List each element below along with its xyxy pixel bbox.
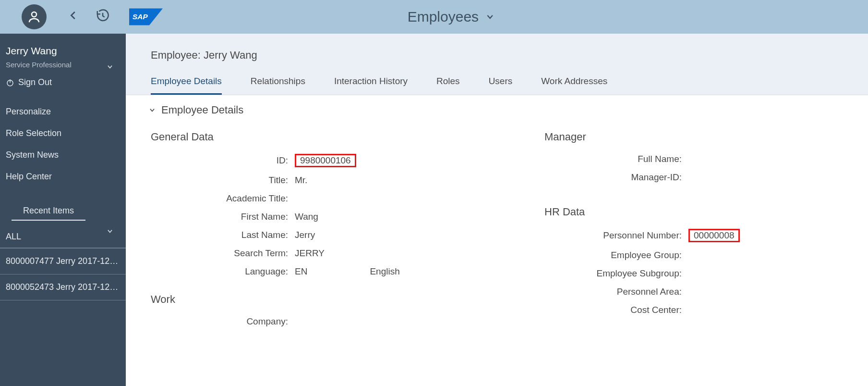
page-title-text: Employees	[408, 9, 479, 25]
recent-items-list: 8000007477 Jerry 2017-12-2… 8000052473 J…	[0, 248, 126, 300]
page-title-dropdown[interactable]: Employees	[408, 9, 496, 25]
field-cost-center-label: Cost Center:	[544, 305, 688, 315]
field-first-name-label: First Name:	[151, 212, 295, 222]
sidebar-user-block: Jerry Wang Service Professional	[0, 34, 126, 74]
person-icon	[27, 10, 41, 24]
section-title: Employee Details	[161, 104, 243, 116]
group-manager-title: Manager	[544, 131, 813, 143]
field-id: ID: 9980000106	[151, 154, 544, 167]
sidebar-user-role: Service Professional	[6, 61, 120, 69]
field-personnel-number-label: Personnel Number:	[544, 230, 688, 241]
recent-items-label: Recent Items	[12, 197, 85, 221]
tab-employee-details[interactable]: Employee Details	[151, 76, 222, 95]
chevron-down-icon	[484, 9, 496, 25]
content-header: Employee: Jerry Wang Employee Details Re…	[126, 34, 868, 95]
sign-out-link[interactable]: Sign Out	[0, 74, 126, 96]
field-full-name-label: Full Name:	[544, 154, 688, 164]
tab-roles[interactable]: Roles	[436, 76, 460, 95]
content-area: Employee: Jerry Wang Employee Details Re…	[126, 34, 868, 386]
tab-bar: Employee Details Relationships Interacti…	[126, 76, 868, 95]
field-last-name-value: Jerry	[295, 230, 315, 240]
field-language-value: EN	[295, 266, 307, 277]
left-column: General Data ID: 9980000106 Title: Mr. A…	[151, 124, 544, 335]
field-search-term: Search Term: JERRY	[151, 248, 544, 259]
sidebar-nav: Personalize Role Selection System News H…	[0, 96, 126, 192]
svg-point-0	[32, 12, 36, 17]
field-employee-subgroup-label: Employee Subgroup:	[544, 268, 688, 279]
recent-item[interactable]: 8000052473 Jerry 2017-12-2…	[0, 274, 126, 300]
field-academic-title-label: Academic Title:	[151, 193, 295, 204]
chevron-down-icon	[148, 105, 157, 116]
group-general-data-title: General Data	[151, 131, 544, 143]
field-employee-group: Employee Group:	[544, 250, 813, 261]
field-language-desc: English	[370, 266, 399, 277]
field-search-term-value: JERRY	[295, 248, 325, 259]
history-icon	[96, 9, 110, 23]
recent-item[interactable]: 8000007477 Jerry 2017-12-2…	[0, 249, 126, 274]
field-title-value: Mr.	[295, 175, 307, 186]
field-language-label: Language:	[151, 266, 295, 277]
field-personnel-area-label: Personnel Area:	[544, 286, 688, 297]
chevron-down-icon	[106, 227, 114, 237]
history-button[interactable]	[96, 9, 110, 25]
field-title-label: Title:	[151, 175, 295, 186]
section-employee-details-toggle[interactable]: Employee Details	[126, 95, 868, 124]
field-full-name: Full Name:	[544, 154, 813, 164]
field-language: Language: EN English	[151, 266, 544, 277]
field-id-value: 9980000106	[295, 154, 356, 167]
employee-details-form: General Data ID: 9980000106 Title: Mr. A…	[126, 124, 868, 335]
sidebar-item-personalize[interactable]: Personalize	[0, 101, 126, 123]
recent-filter-dropdown[interactable]: ALL	[0, 224, 126, 248]
recent-filter-label: ALL	[6, 232, 21, 241]
power-icon	[6, 78, 14, 87]
field-personnel-area: Personnel Area:	[544, 286, 813, 297]
field-company: Company:	[151, 316, 544, 327]
tab-relationships[interactable]: Relationships	[251, 76, 305, 95]
user-avatar-button[interactable]	[22, 4, 47, 29]
field-search-term-label: Search Term:	[151, 248, 295, 259]
field-personnel-number-value: 00000008	[688, 229, 740, 242]
field-first-name: First Name: Wang	[151, 212, 544, 222]
field-employee-subgroup: Employee Subgroup:	[544, 268, 813, 279]
sidebar-item-role-selection[interactable]: Role Selection	[0, 123, 126, 144]
field-company-label: Company:	[151, 316, 295, 327]
group-hr-data-title: HR Data	[544, 206, 813, 218]
tab-users[interactable]: Users	[489, 76, 513, 95]
app-header: SAP Employees	[0, 0, 868, 34]
field-academic-title: Academic Title:	[151, 193, 544, 204]
group-work-title: Work	[151, 293, 544, 306]
recent-items-header: Recent Items	[0, 197, 126, 224]
sap-logo[interactable]: SAP	[129, 8, 163, 25]
field-title: Title: Mr.	[151, 175, 544, 186]
field-id-label: ID:	[151, 155, 295, 166]
sidebar-user-name: Jerry Wang	[6, 45, 120, 57]
svg-text:SAP: SAP	[133, 12, 148, 21]
tab-work-addresses[interactable]: Work Addresses	[541, 76, 607, 95]
field-personnel-number: Personnel Number: 00000008	[544, 229, 813, 242]
field-cost-center: Cost Center:	[544, 305, 813, 315]
right-column: Manager Full Name: Manager-ID: HR Data P…	[544, 124, 813, 335]
field-first-name-value: Wang	[295, 212, 318, 222]
sign-out-label: Sign Out	[18, 77, 52, 87]
chevron-left-icon	[68, 8, 79, 23]
sap-logo-icon: SAP	[129, 8, 163, 25]
sidebar: Jerry Wang Service Professional Sign Out…	[0, 34, 126, 386]
sidebar-item-system-news[interactable]: System News	[0, 144, 126, 166]
sidebar-item-help-center[interactable]: Help Center	[0, 166, 126, 187]
back-button[interactable]	[68, 8, 79, 26]
chevron-down-icon	[106, 63, 114, 70]
sidebar-user-expand[interactable]	[106, 62, 114, 73]
field-employee-group-label: Employee Group:	[544, 250, 688, 261]
field-last-name-label: Last Name:	[151, 230, 295, 240]
field-last-name: Last Name: Jerry	[151, 230, 544, 240]
field-manager-id-label: Manager-ID:	[544, 172, 688, 183]
content-title: Employee: Jerry Wang	[126, 49, 868, 76]
field-manager-id: Manager-ID:	[544, 172, 813, 183]
tab-interaction-history[interactable]: Interaction History	[334, 76, 408, 95]
